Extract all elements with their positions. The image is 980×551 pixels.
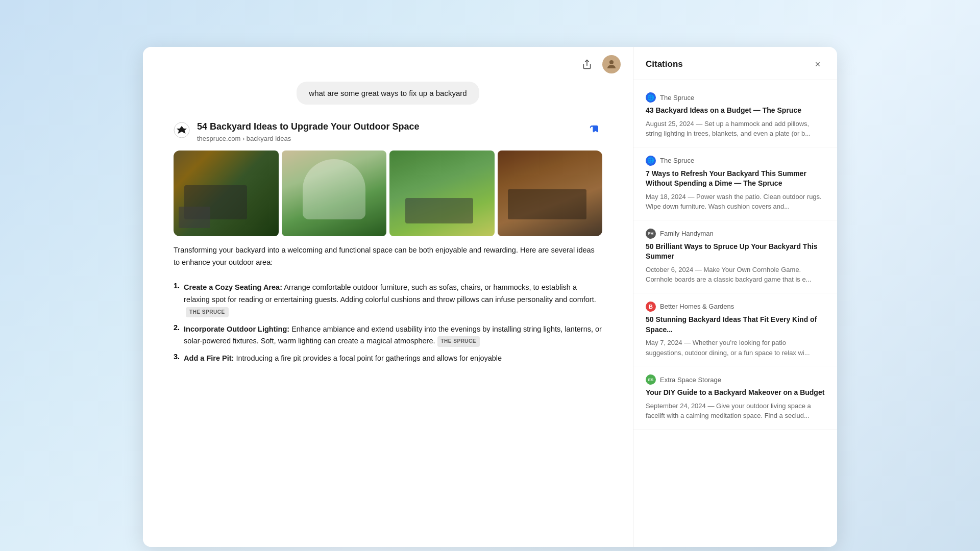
list-content-3: Add a Fire Pit: Introducing a fire pit p… [184, 353, 502, 365]
citation-title-1: 43 Backyard Ideas on a Budget — The Spru… [646, 106, 825, 116]
citation-title-5: Your DIY Guide to a Backyard Makeover on… [646, 388, 825, 398]
chat-body: what are some great ways to fix up a bac… [143, 82, 633, 390]
citation-title-3: 50 Brilliant Ways to Spruce Up Your Back… [646, 242, 825, 262]
source-icon-4: B [646, 302, 656, 312]
citations-title: Citations [646, 59, 683, 69]
backyard-image-1 [174, 151, 279, 236]
citations-close-button[interactable]: × [811, 57, 825, 71]
citation-source-2: 🌐 The Spruce [646, 156, 825, 166]
app-container: what are some great ways to fix up a bac… [143, 47, 837, 547]
svg-rect-3 [593, 125, 597, 132]
list-num-1: 1. [174, 282, 180, 318]
source-name-1: The Spruce [660, 94, 694, 102]
list-content-1: Create a Cozy Seating Area: Arrange comf… [184, 282, 602, 318]
user-message: what are some great ways to fix up a bac… [297, 82, 479, 105]
backyard-image-4 [498, 151, 603, 236]
user-avatar[interactable] [602, 55, 621, 73]
ai-response: 54 Backyard Ideas to Upgrade Your Outdoo… [174, 121, 602, 370]
source-icon-2: 🌐 [646, 156, 656, 166]
save-button[interactable] [586, 121, 602, 137]
citation-snippet-3: October 6, 2024 — Make Your Own Cornhole… [646, 265, 825, 285]
ai-response-header: 54 Backyard Ideas to Upgrade Your Outdoo… [174, 121, 602, 142]
citation-item-2[interactable]: 🌐 The Spruce 7 Ways to Refresh Your Back… [633, 147, 837, 220]
source-name-4: Better Homes & Gardens [660, 303, 734, 310]
citation-item-3[interactable]: FH Family Handyman 50 Brilliant Ways to … [633, 220, 837, 293]
response-url-separator: › [242, 135, 247, 142]
response-list: 1. Create a Cozy Seating Area: Arrange c… [174, 277, 602, 370]
citation-snippet-2: May 18, 2024 — Power wash the patio. Cle… [646, 192, 825, 212]
list-text-3: Introducing a fire pit provides a focal … [234, 354, 502, 362]
citations-list: 🌐 The Spruce 43 Backyard Ideas on a Budg… [633, 80, 837, 547]
citations-panel: Citations × 🌐 The Spruce 43 Backyard Ide… [633, 47, 837, 547]
backyard-image-2 [282, 151, 387, 236]
source-name-3: Family Handyman [660, 230, 714, 237]
citation-item-1[interactable]: 🌐 The Spruce 43 Backyard Ideas on a Budg… [633, 84, 837, 147]
citation-item-4[interactable]: B Better Homes & Gardens 50 Stunning Bac… [633, 293, 837, 366]
citations-header: Citations × [633, 47, 837, 80]
citation-source-5: ES Extra Space Storage [646, 374, 825, 385]
response-url[interactable]: thespruce.com › backyard ideas [197, 135, 579, 142]
list-bold-1: Create a Cozy Seating Area: [184, 283, 282, 291]
images-row [174, 151, 602, 236]
citation-snippet-5: September 24, 2024 — Give your outdoor l… [646, 401, 825, 421]
list-item-3: 3. Add a Fire Pit: Introducing a fire pi… [174, 353, 602, 365]
citation-title-2: 7 Ways to Refresh Your Backyard This Sum… [646, 169, 825, 189]
backyard-image-3 [389, 151, 495, 236]
source-icon-1: 🌐 [646, 92, 656, 103]
list-bold-3: Add a Fire Pit: [184, 354, 234, 362]
spruce-globe-icon: 🌐 [647, 94, 654, 101]
citation-title-4: 50 Stunning Backyard Ideas That Fit Ever… [646, 315, 825, 335]
source-icon-3: FH [646, 229, 656, 239]
user-message-wrapper: what are some great ways to fix up a bac… [174, 82, 602, 105]
source-icon-5: ES [646, 374, 656, 385]
list-num-2: 2. [174, 323, 180, 348]
citation-badge-2[interactable]: THE SPRUCE [437, 336, 480, 347]
chat-header [143, 47, 633, 82]
share-button[interactable] [578, 55, 596, 73]
source-name-5: Extra Space Storage [660, 376, 721, 384]
citation-snippet-1: August 25, 2024 — Set up a hammock and a… [646, 119, 825, 139]
citation-source-4: B Better Homes & Gardens [646, 302, 825, 312]
response-url-path: backyard ideas [247, 135, 291, 142]
citation-snippet-4: May 7, 2024 — Whether you're looking for… [646, 338, 825, 358]
response-url-base: thespruce.com [197, 135, 240, 142]
ai-logo-icon [174, 122, 190, 138]
citation-source-1: 🌐 The Spruce [646, 92, 825, 103]
citation-badge-1[interactable]: THE SPRUCE [186, 307, 228, 318]
list-num-3: 3. [174, 353, 180, 365]
list-item-1: 1. Create a Cozy Seating Area: Arrange c… [174, 282, 602, 318]
spruce-globe-icon-2: 🌐 [647, 157, 654, 164]
source-name-2: The Spruce [660, 157, 694, 164]
list-content-2: Incorporate Outdoor Lighting: Enhance am… [184, 323, 602, 348]
response-intro: Transforming your backyard into a welcom… [174, 244, 602, 268]
list-bold-2: Incorporate Outdoor Lighting: [184, 325, 289, 333]
list-item-2: 2. Incorporate Outdoor Lighting: Enhance… [174, 323, 602, 348]
main-panel: what are some great ways to fix up a bac… [143, 47, 633, 547]
citation-source-3: FH Family Handyman [646, 229, 825, 239]
svg-point-1 [609, 60, 614, 64]
response-title-block: 54 Backyard Ideas to Upgrade Your Outdoo… [197, 121, 579, 142]
response-title: 54 Backyard Ideas to Upgrade Your Outdoo… [197, 121, 579, 133]
citation-item-5[interactable]: ES Extra Space Storage Your DIY Guide to… [633, 366, 837, 430]
